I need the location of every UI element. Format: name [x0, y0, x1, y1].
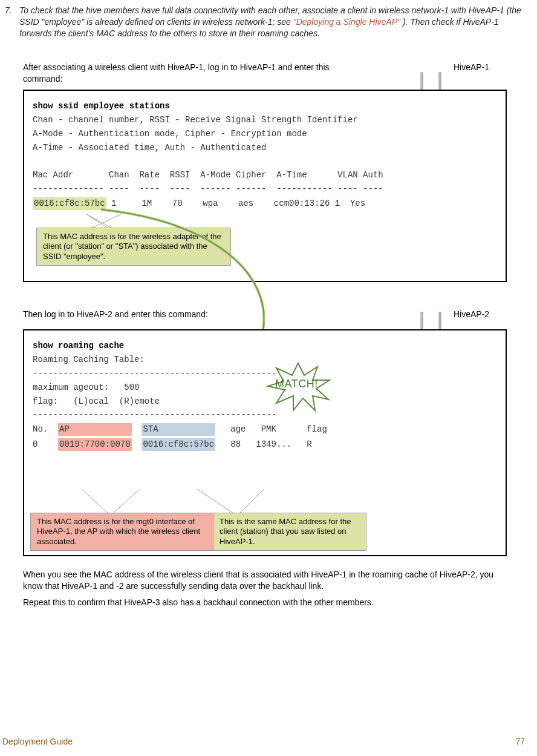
terminal-header: Mac Addr Chan Rate RSSI A-Mode Cipher A-…	[33, 169, 497, 181]
page-number: 77	[515, 736, 525, 748]
callout-3: This is the same MAC address for the cli…	[213, 513, 366, 551]
terminal-data-row: 0 0019:7700:0070 0016:cf8c:57bc 88 1349.…	[33, 438, 497, 451]
mac-highlight: 0016:cf8c:57bc	[33, 197, 106, 210]
ap-mac-highlight: 0019:7700:0070	[58, 438, 132, 451]
intro-2: Then log in to HiveAP-2 and enter this c…	[23, 309, 350, 320]
terminal-line: A-Time - Associated time, Auth - Authent…	[33, 142, 497, 154]
sta-mac-highlight: 0016:cf8c:57bc	[142, 438, 215, 451]
terminal-line: Chan - channel number, RSSI - Receive Si…	[33, 114, 497, 126]
terminal-line	[33, 156, 497, 168]
terminal-line: A-Mode - Authentication mode, Cipher - E…	[33, 128, 497, 140]
terminal-sep: ----------------------------------------…	[33, 409, 497, 421]
terminal-header: No. AP STA age PMK flag	[33, 423, 497, 436]
terminal-sep: -------------- ---- ---- ---- ------ ---…	[33, 183, 497, 195]
footer-title: Deployment Guide	[2, 736, 73, 748]
body-text-1: When you see the MAC address of the wire…	[23, 569, 507, 592]
terminal-data-row: 0016:cf8c:57bc 1 1M 70 wpa aes ccm00:13:…	[33, 197, 497, 210]
sta-header-highlight: STA	[142, 423, 215, 436]
callout-1: This MAC address is for the wireless ada…	[36, 228, 231, 266]
row-rest: 1 1M 70 wpa aes ccm00:13:26 1 Yes	[106, 199, 365, 208]
terminal-line: maximum ageout: 500	[33, 382, 497, 393]
terminal-line: Roaming Caching Table:	[33, 354, 497, 366]
ap-header-highlight: AP	[58, 423, 132, 436]
body-text-2: Repeat this to confirm that HiveAP-3 als…	[23, 597, 507, 608]
step-number: 7.	[5, 5, 12, 16]
match-label: MATCH!	[275, 376, 318, 391]
terminal-line: flag: (L)ocal (R)emote	[33, 396, 497, 407]
terminal-command: show ssid employee stations	[33, 100, 497, 112]
intro-1: After associating a wireless client with…	[23, 62, 362, 85]
terminal-command: show roaming cache	[33, 340, 497, 352]
callout-2: This MAC address is for the mgt0 interfa…	[30, 513, 216, 551]
step-text: To check that the hive members have full…	[19, 5, 522, 39]
terminal-sep: ----------------------------------------…	[33, 368, 497, 380]
cross-ref-link[interactable]: "Deploying a Single HiveAP"	[293, 17, 400, 27]
